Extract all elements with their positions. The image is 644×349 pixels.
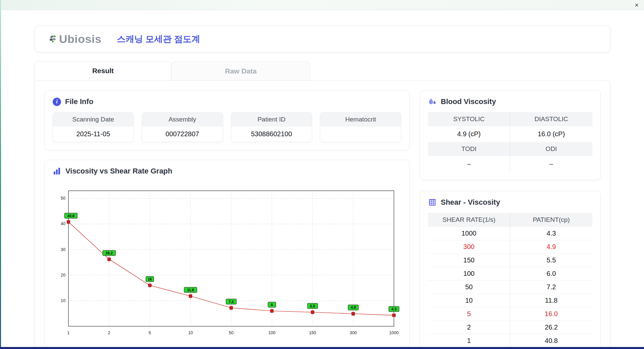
svg-text:11.8: 11.8 [187,288,194,292]
field-label: Hematocrit [320,112,401,127]
file-info-title: File Info [65,97,93,106]
tab-result[interactable]: Result [35,61,171,81]
patient-cell: 26.2 [510,321,592,334]
blood-viscosity-title: Blood Viscosity [441,97,496,106]
field-value: 2025-11-05 [53,127,133,142]
patient-cell: 5.5 [510,254,592,267]
shear-rate-cell: 100 [428,267,510,281]
shear-rate-cell: 1000 [428,227,510,240]
table-row: 516.0 [428,307,592,321]
page-root: Ubiosis 스캐닝 모세관 점도계 Result Raw Data i Fi… [0,10,644,349]
odi-value: – [510,156,592,172]
leaf-logo-icon [49,35,58,43]
window-bottom-edge [0,347,644,349]
field-label: Patient ID [231,112,312,127]
result-panel: i File Info Scanning Date2025-11-05Assem… [35,81,610,349]
svg-text:100: 100 [268,330,275,335]
shear-rate-column-header: SHEAR RATE(1/s) [428,213,510,227]
svg-text:1: 1 [67,330,70,335]
svg-text:26.2: 26.2 [106,251,113,255]
window-close-icon[interactable]: × [635,2,639,8]
patient-cell: 11.8 [510,294,592,307]
svg-text:20: 20 [61,272,65,278]
table-row: 1006.0 [428,267,592,281]
table-row: 140.8 [428,334,592,348]
file-info-header: i File Info [53,97,401,106]
svg-text:2: 2 [108,330,110,335]
shear-table-header: SHEAR RATE(1/s) PATIENT(cp) [428,213,592,227]
brand-text: Ubiosis [59,33,101,46]
page-title: 스캐닝 모세관 점도계 [117,33,200,45]
svg-text:40: 40 [61,221,65,226]
blood-viscosity-header: Blood Viscosity [428,97,592,106]
patient-cell: 4.9 [510,240,592,254]
svg-text:4.9: 4.9 [351,305,356,309]
table-row: 226.2 [428,321,592,334]
diastolic-label: DIASTOLIC [510,112,592,126]
shear-rate-cell: 300 [428,240,510,254]
svg-text:150: 150 [309,330,316,335]
graph-card: Viscosity vs Shear Rate Graph 1020304050… [44,160,410,347]
blood-viscosity-grid: SYSTOLIC DIASTOLIC 4.9 (cP) 16.0 (cP) TO… [428,112,592,172]
table-icon [428,198,437,207]
diastolic-value: 16.0 (cP) [510,126,592,142]
svg-text:50: 50 [229,330,233,335]
field-value: 000722807 [142,127,223,142]
svg-text:1000: 1000 [389,330,398,335]
graph-header: Viscosity vs Shear Rate Graph [53,167,401,176]
field-label: Scanning Date [53,112,133,127]
shear-viscosity-title: Shear - Viscosity [441,198,500,207]
patient-cell: 16.0 [510,307,592,321]
tab-result-label: Result [92,67,114,75]
tab-raw-data[interactable]: Raw Data [171,61,310,81]
field-value: 53088602100 [231,127,312,142]
shear-rate-cell: 150 [428,254,510,267]
viscosity-shear-chart: 10203040501251050100150300100040.826.216… [53,182,401,339]
svg-text:10: 10 [188,330,193,335]
svg-text:7.2: 7.2 [229,300,234,304]
field-label: Assembly [142,112,223,127]
shear-table-body: 10004.33004.91505.51006.0507.21011.8516.… [428,227,592,348]
svg-text:6: 6 [271,303,273,307]
file-info-field: Scanning Date2025-11-05 [53,112,134,142]
table-row: 10004.3 [428,227,592,240]
svg-text:10: 10 [61,298,65,303]
window-titlebar: × [0,0,644,10]
graph-title: Viscosity vs Shear Rate Graph [65,167,172,176]
file-info-field: Patient ID53088602100 [231,112,312,142]
shear-viscosity-card: Shear - Viscosity SHEAR RATE(1/s) PATIEN… [420,191,601,349]
shear-rate-cell: 10 [428,294,510,307]
odi-label: ODI [510,142,592,156]
table-row: 3004.9 [428,240,592,254]
svg-text:4.3: 4.3 [391,307,396,311]
patient-cell: 4.3 [510,227,592,240]
svg-text:30: 30 [61,247,65,252]
shear-rate-cell: 5 [428,307,510,321]
app-header: Ubiosis 스캐닝 모세관 점도계 [35,26,610,52]
file-info-field: Hematocrit [320,112,401,142]
shear-rate-cell: 2 [428,321,510,334]
droplet-icon [428,97,437,106]
field-value [320,127,401,141]
table-row: 507.2 [428,281,592,294]
file-info-fields: Scanning Date2025-11-05Assembly000722807… [53,112,401,142]
patient-column-header: PATIENT(cp) [510,213,592,227]
svg-text:300: 300 [350,330,357,335]
tab-bar: Result Raw Data [35,61,610,81]
right-column: Blood Viscosity SYSTOLIC DIASTOLIC 4.9 (… [420,90,601,349]
shear-rate-cell: 1 [428,334,510,348]
file-info-card: i File Info Scanning Date2025-11-05Assem… [44,90,410,150]
tab-raw-data-label: Raw Data [225,67,257,75]
file-info-field: Assembly000722807 [142,112,223,142]
systolic-label: SYSTOLIC [428,112,510,126]
svg-text:40.8: 40.8 [67,214,74,218]
blood-viscosity-card: Blood Viscosity SYSTOLIC DIASTOLIC 4.9 (… [420,90,601,180]
todi-label: TODI [428,142,510,156]
svg-text:5.5: 5.5 [310,304,315,308]
shear-rate-cell: 50 [428,281,510,294]
systolic-value: 4.9 (cP) [428,126,510,142]
bar-chart-icon [53,167,61,176]
svg-text:5: 5 [149,330,151,335]
window-left-edge [0,0,1,349]
patient-cell: 7.2 [510,281,592,294]
